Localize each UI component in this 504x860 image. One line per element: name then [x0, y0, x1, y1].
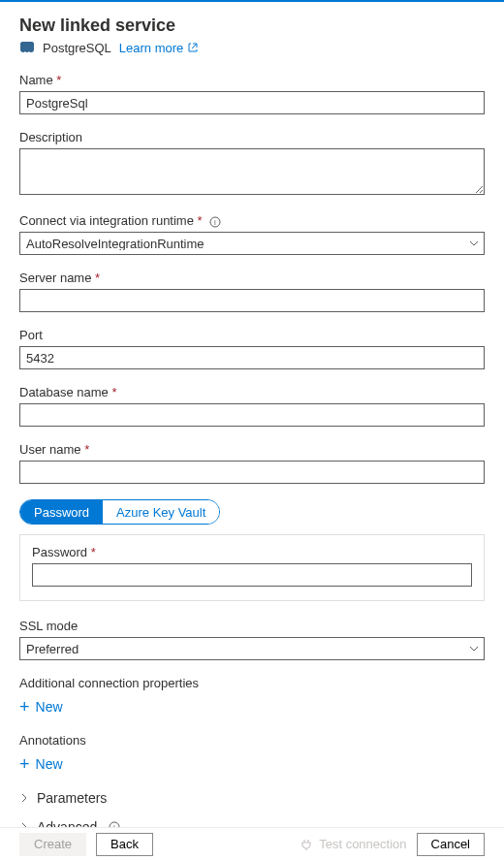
annotations-new-button[interactable]: + New — [19, 755, 63, 773]
annotations-heading: Annotations — [19, 733, 485, 748]
server-input[interactable] — [19, 289, 485, 312]
username-input[interactable] — [19, 461, 485, 484]
server-label: Server name * — [19, 271, 485, 285]
password-input[interactable] — [32, 563, 472, 587]
test-connection-button: Test connection — [299, 837, 406, 851]
runtime-select[interactable]: AutoResolveIntegrationRuntime — [19, 232, 485, 255]
learn-more-label: Learn more — [119, 41, 183, 55]
footer-bar: Create Back Test connection Cancel — [0, 827, 504, 860]
postgresql-icon — [19, 40, 35, 55]
name-input[interactable] — [19, 91, 485, 114]
description-label: Description — [19, 130, 485, 144]
info-icon[interactable]: i — [209, 216, 221, 228]
password-source-toggle[interactable]: Password Azure Key Vault — [19, 499, 220, 525]
description-input[interactable] — [19, 148, 485, 195]
runtime-label: Connect via integration runtime * i — [19, 213, 485, 228]
plug-icon — [299, 838, 313, 851]
addprops-heading: Additional connection properties — [19, 676, 485, 690]
name-label: Name * — [19, 73, 485, 87]
tab-password[interactable]: Password — [20, 500, 103, 524]
section-advanced[interactable]: Advanced i — [19, 819, 485, 827]
addprops-new-button[interactable]: + New — [19, 698, 63, 716]
back-button[interactable]: Back — [96, 833, 153, 856]
create-button: Create — [19, 833, 86, 856]
port-label: Port — [19, 328, 485, 342]
sslmode-label: SSL mode — [19, 619, 485, 633]
chevron-right-icon — [19, 793, 29, 803]
section-parameters[interactable]: Parameters — [19, 790, 485, 806]
password-label: Password * — [32, 545, 472, 559]
page-title: New linked service — [19, 16, 485, 36]
plus-icon: + — [19, 698, 30, 716]
connector-name: PostgreSQL — [43, 41, 111, 55]
learn-more-link[interactable]: Learn more — [119, 41, 199, 55]
plus-icon: + — [19, 755, 30, 773]
external-link-icon — [187, 42, 199, 53]
database-input[interactable] — [19, 403, 485, 427]
svg-text:i: i — [214, 218, 216, 227]
database-label: Database name * — [19, 385, 485, 399]
cancel-button[interactable]: Cancel — [417, 833, 485, 856]
port-input[interactable] — [19, 346, 485, 369]
tab-azure-key-vault[interactable]: Azure Key Vault — [103, 500, 219, 524]
username-label: User name * — [19, 442, 485, 457]
sslmode-select[interactable]: Preferred — [19, 637, 485, 660]
